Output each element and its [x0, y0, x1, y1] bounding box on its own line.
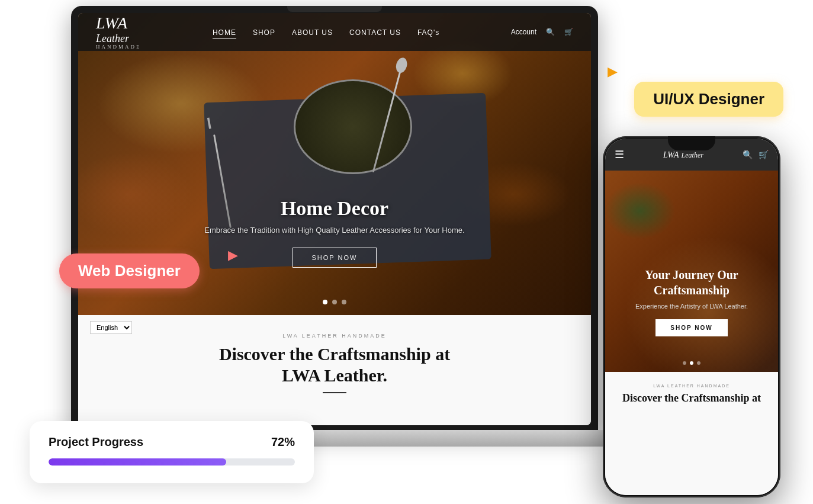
- phone-nav-icons: 🔍 🛒: [743, 150, 769, 160]
- phone-screen: ☰ LWA Leather 🔍 🛒  Your Journ: [605, 139, 778, 495]
- progress-percent: 72%: [271, 435, 295, 449]
- progress-header: Project Progress 72%: [49, 435, 295, 449]
- phone-shop-now-button[interactable]: SHOP NOW: [655, 319, 727, 336]
- phone-cart-icon[interactable]: 🛒: [759, 150, 769, 160]
- progress-bar-track: [49, 458, 295, 466]
- hero-dot-3[interactable]: [342, 300, 346, 304]
- phone-hero-text: Your Journey Our Craftsmanship Experienc…: [605, 267, 778, 336]
- phone-frame: ☰ LWA Leather 🔍 🛒  Your Journ: [603, 136, 780, 497]
- phone-dot-2[interactable]: [690, 361, 693, 365]
- nav-link-home[interactable]: HOME: [213, 27, 236, 37]
- laptop-nav-links: HOME SHOP ABOUT US CONTACT US FAQ's: [213, 27, 439, 37]
- heading-underline: [323, 392, 346, 393]
- phone-hero-subtext: Experience the Artistry of LWA Leather.: [617, 303, 766, 310]
- laptop-section-tag: LWA LEATHER HANDMADE: [102, 333, 567, 339]
- account-label[interactable]: Account: [511, 28, 536, 36]
- nav-link-about[interactable]: ABOUT US: [292, 27, 333, 37]
- phone-hero-heading: Your Journey Our Craftsmanship: [617, 267, 766, 298]
- hero-dot-1[interactable]: [323, 300, 327, 304]
- hamburger-icon[interactable]: ☰: [615, 148, 624, 161]
- progress-bar-fill: [49, 458, 226, 466]
- laptop-below-hero: LWA LEATHER HANDMADE Discover the Crafts…: [78, 315, 591, 425]
- phone-hero-dots: [605, 361, 778, 365]
- uiux-designer-label: UI/UX Designer: [634, 82, 783, 117]
- laptop-hero-subtext: Embrace the Tradition with High Quality …: [78, 226, 591, 235]
- language-dropdown[interactable]: English French Arabic: [90, 321, 132, 334]
- laptop-nav-logo: LWA Leather HANDMADE: [96, 15, 142, 50]
- laptop-navbar: LWA Leather HANDMADE HOME SHOP ABOUT US …: [78, 13, 591, 51]
- phone-section-heading: Discover the Craftsmanship at: [616, 391, 767, 405]
- nav-link-shop[interactable]: SHOP: [253, 27, 275, 37]
- uiux-designer-cursor-icon: ▶: [608, 64, 618, 79]
- progress-label: Project Progress: [49, 435, 143, 449]
- phone-dot-1[interactable]: [683, 361, 686, 365]
- laptop-screen: LWA Leather HANDMADE HOME SHOP ABOUT US …: [78, 13, 591, 425]
- web-designer-label: Web Designer: [59, 253, 200, 288]
- phone-mockup: ☰ LWA Leather 🔍 🛒  Your Journ: [603, 136, 780, 497]
- laptop-mockup: LWA Leather HANDMADE HOME SHOP ABOUT US …: [71, 6, 598, 456]
- laptop-notch: [287, 6, 382, 12]
- phone-hero:  Your Journey Our Craftsmanship Experie…: [605, 171, 778, 372]
- laptop-shop-now-button[interactable]: SHOP NOW: [293, 248, 377, 268]
- phone-nav-logo: LWA Leather: [663, 149, 703, 160]
- hero-dot-2[interactable]: [332, 300, 337, 304]
- cart-icon[interactable]: 🛒: [564, 28, 573, 36]
- phone-notch: [668, 136, 715, 150]
- laptop-hero-heading: Home Decor: [78, 197, 591, 220]
- language-selector[interactable]: English French Arabic: [90, 321, 132, 334]
- laptop-hero-dots: [78, 300, 591, 304]
- laptop-nav-right: Account 🔍 🛒: [511, 28, 573, 36]
- laptop-frame: LWA Leather HANDMADE HOME SHOP ABOUT US …: [71, 6, 598, 432]
- nav-link-faq[interactable]: FAQ's: [417, 27, 439, 37]
- phone-below-hero: LWA LEATHER HANDMADE Discover the Crafts…: [605, 372, 778, 495]
- laptop-section-heading: Discover the Craftsmanship at LWA Leathe…: [102, 344, 567, 386]
- phone-search-icon[interactable]: 🔍: [743, 150, 753, 160]
- nav-link-contact[interactable]: CONTACT US: [349, 27, 401, 37]
- progress-card: Project Progress 72%: [30, 421, 314, 483]
- phone-dot-3[interactable]: [697, 361, 700, 365]
- phone-section-tag: LWA LEATHER HANDMADE: [616, 384, 767, 388]
- search-icon[interactable]: 🔍: [546, 28, 555, 36]
- web-designer-cursor-icon: ▶: [228, 248, 238, 263]
